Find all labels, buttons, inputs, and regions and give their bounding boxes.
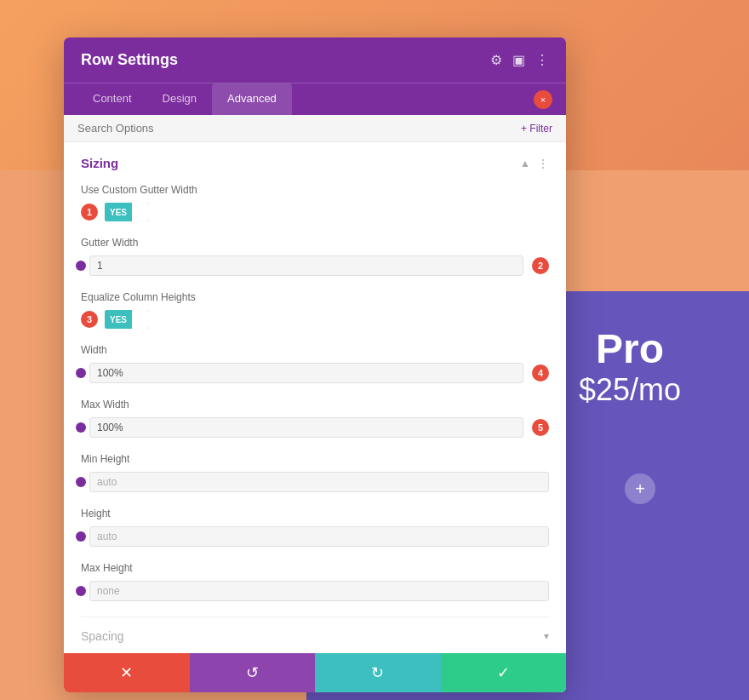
field-label-height: Height (81, 508, 549, 519)
field-label-gutter-toggle: Use Custom Gutter Width (81, 184, 549, 196)
slider-thumb-min-height[interactable] (76, 477, 86, 487)
slider-thumb[interactable] (76, 261, 86, 271)
settings-icon[interactable]: ⚙ (490, 52, 502, 68)
gutter-toggle-row: 1 YES (81, 203, 549, 221)
badge-2: 2 (532, 257, 549, 274)
min-height-input[interactable] (89, 472, 549, 492)
field-label-width: Width (81, 344, 549, 356)
slider-thumb-max-height[interactable] (76, 586, 86, 596)
pro-price: $25/mo (579, 372, 681, 408)
field-label-max-width: Max Width (81, 399, 549, 410)
modal-close-button[interactable]: × (534, 90, 552, 109)
save-button[interactable]: ✓ (441, 653, 567, 692)
badge-1: 1 (81, 204, 98, 221)
field-label-min-height: Min Height (81, 453, 549, 465)
section-controls: ▲ ⋮ (520, 157, 549, 170)
spacing-label: Spacing (81, 629, 124, 643)
width-input[interactable] (89, 363, 523, 383)
badge-5: 5 (532, 419, 549, 436)
gutter-width-slider-row: 2 (81, 255, 549, 276)
tab-advanced[interactable]: Advanced (212, 83, 292, 115)
pro-pricing: Pro $25/mo (579, 325, 681, 408)
height-slider-row (81, 526, 549, 547)
cancel-button[interactable]: ✕ (64, 653, 190, 692)
field-label-gutter-width: Gutter Width (81, 237, 549, 249)
equalize-toggle-yes: YES (105, 310, 132, 329)
field-label-equalize: Equalize Column Heights (81, 291, 549, 303)
toggle-no-label (132, 203, 149, 221)
gutter-width-input[interactable] (89, 255, 523, 276)
footer-buttons: ✕ ↺ ↻ ✓ (64, 653, 566, 692)
badge-3: 3 (81, 311, 98, 328)
width-slider-row: 4 (81, 363, 549, 383)
equalize-toggle-row: 3 YES (81, 310, 549, 329)
max-height-slider-row (81, 581, 549, 601)
columns-icon[interactable]: ▣ (512, 52, 525, 68)
tab-design[interactable]: Design (147, 83, 212, 115)
search-bar: + Filter (64, 115, 566, 142)
content-area: Sizing ▲ ⋮ Use Custom Gutter Width 1 YES… (64, 142, 566, 653)
slider-thumb-height[interactable] (76, 531, 86, 542)
tab-content[interactable]: Content (77, 83, 147, 115)
spacing-chevron: ▾ (544, 630, 549, 642)
max-width-input[interactable] (89, 417, 523, 438)
modal-title: Row Settings (81, 51, 178, 69)
more-icon[interactable]: ⋮ (535, 52, 549, 68)
slider-thumb-width[interactable] (76, 368, 86, 378)
min-height-slider-row (81, 472, 549, 492)
equalize-toggle-no (132, 310, 149, 329)
section-more-icon[interactable]: ⋮ (537, 157, 549, 170)
plus-button[interactable]: + (625, 473, 655, 504)
pro-title: Pro (579, 325, 681, 372)
equalize-toggle[interactable]: YES (105, 310, 149, 329)
badge-4: 4 (532, 364, 549, 382)
slider-thumb-max-width[interactable] (76, 422, 86, 433)
field-label-max-height: Max Height (81, 562, 549, 574)
row-settings-modal: Row Settings ⚙ ▣ ⋮ Content Design Advanc… (64, 37, 566, 692)
filter-button[interactable]: + Filter (521, 123, 552, 135)
spacing-section[interactable]: Spacing ▾ (81, 617, 549, 653)
redo-button[interactable]: ↻ (315, 653, 441, 692)
tab-bar: Content Design Advanced × (64, 83, 566, 115)
search-input[interactable] (77, 122, 521, 135)
header-icons: ⚙ ▣ ⋮ (490, 52, 549, 68)
sizing-title: Sizing (81, 156, 118, 170)
undo-button[interactable]: ↺ (190, 653, 316, 692)
height-input[interactable] (89, 526, 549, 547)
collapse-chevron[interactable]: ▲ (520, 158, 530, 169)
toggle-yes-label: YES (105, 203, 132, 221)
custom-gutter-toggle[interactable]: YES (105, 203, 149, 221)
max-height-input[interactable] (89, 581, 549, 601)
sizing-section-header: Sizing ▲ ⋮ (81, 156, 549, 170)
max-width-slider-row: 5 (81, 417, 549, 438)
modal-header: Row Settings ⚙ ▣ ⋮ (64, 37, 566, 83)
